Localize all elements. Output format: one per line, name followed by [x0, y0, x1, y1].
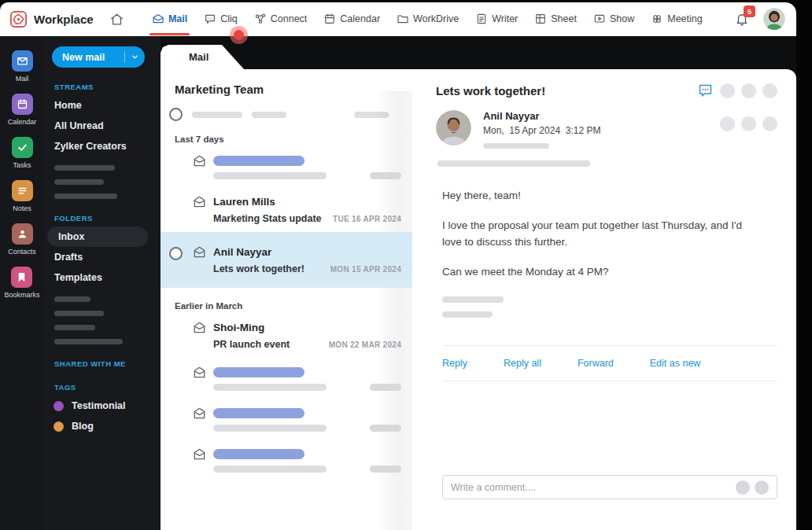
- sent-datetime: Mon, 15 Apr 2024 3:12 PM: [483, 125, 600, 136]
- chevron-down-icon[interactable]: [125, 53, 145, 61]
- user-avatar[interactable]: [763, 8, 785, 30]
- nav-item-calendar[interactable]: Calendar: [323, 2, 380, 35]
- zoho-logo-icon: [9, 10, 28, 28]
- workplace-window: Workplace MailCliqConnectCalendarWorkDri…: [0, 2, 796, 530]
- select-all-checkbox[interactable]: [169, 108, 183, 121]
- envelope-open-icon: [192, 195, 207, 208]
- sidebar-item-all-unread[interactable]: All Unread: [54, 116, 153, 136]
- writer-icon: [475, 13, 488, 25]
- toolbar-placeholder: [252, 112, 286, 118]
- rail-item-calendar[interactable]: Calendar: [8, 94, 37, 126]
- zoho-workplace-brand[interactable]: Workplace: [9, 2, 94, 35]
- mail-panels: Marketing Team Last 7 daysLauren MillsMa…: [161, 69, 796, 530]
- sender-avatar[interactable]: [436, 110, 471, 145]
- mail-list-item[interactable]: Lauren MillsMarketing Stats updateTUE 16…: [161, 187, 412, 232]
- app-rail: MailCalendarTasksNotesContactsBookmarks: [0, 36, 44, 530]
- message-action-button[interactable]: [720, 116, 735, 131]
- sidebar-tag-blog[interactable]: Blog: [54, 416, 153, 436]
- mail-sender: Shoi-Ming: [213, 322, 264, 333]
- row-checkbox[interactable]: [169, 247, 183, 260]
- edit-as-new-link[interactable]: Edit as new: [650, 358, 701, 369]
- nav-item-sheet[interactable]: Sheet: [534, 2, 577, 35]
- comment-action-button[interactable]: [736, 480, 750, 495]
- mail-row-line2: [192, 172, 403, 179]
- nav-item-cliq[interactable]: Cliq: [204, 2, 238, 35]
- new-mail-button[interactable]: New mail: [52, 46, 145, 68]
- comment-input[interactable]: [451, 482, 731, 493]
- signature-line: [442, 311, 493, 318]
- mail-row-line2: Marketing Stats updateTUE 16 APR 2024: [192, 213, 403, 224]
- sidebar-section-title: TAGS: [54, 383, 153, 392]
- mail-row-line1: Anil Nayyar: [192, 245, 403, 259]
- mail-list-item-placeholder[interactable]: [161, 440, 412, 480]
- mail-sidebar: New mail STREAMSHomeAll UnreadZylker Cre…: [44, 36, 161, 530]
- nav-item-connect[interactable]: Connect: [254, 2, 308, 35]
- mail-list-item-placeholder[interactable]: [161, 146, 412, 187]
- mail-list-item-placeholder[interactable]: [161, 399, 412, 440]
- mail-list-item-placeholder[interactable]: [161, 358, 412, 399]
- reply-link[interactable]: Reply: [442, 358, 467, 369]
- tab-mail-label: Mail: [189, 51, 209, 63]
- rail-item-tasks[interactable]: Tasks: [12, 137, 33, 169]
- mail-row-line1: [192, 154, 403, 167]
- comment-action-button[interactable]: [755, 480, 769, 495]
- rail-item-mail[interactable]: Mail: [12, 50, 33, 83]
- comments-icon[interactable]: [697, 83, 714, 99]
- mail-date: MON 22 MAR 2024: [329, 340, 401, 349]
- mail-date: MON 15 APR 2024: [330, 265, 401, 274]
- detail-action-button[interactable]: [762, 83, 777, 98]
- mail-list-item[interactable]: Anil NayyarLets work together!MON 15 APR…: [161, 232, 412, 288]
- sidebar-tag-testimonial[interactable]: Testimonial: [54, 396, 153, 416]
- reply-actions: Reply Reply all Forward Edit as new: [442, 345, 777, 381]
- mail-row-line1: [192, 447, 403, 461]
- home-button[interactable]: [109, 2, 124, 35]
- sender-info: Anil Nayyar Mon, 15 Apr 2024 3:12 PM: [483, 110, 600, 149]
- rail-item-bookmarks[interactable]: Bookmarks: [4, 267, 39, 299]
- sidebar-item-inbox[interactable]: Inbox: [47, 226, 148, 247]
- nav-item-writer[interactable]: Writer: [475, 2, 518, 35]
- nav-item-meeting[interactable]: Meeting: [651, 2, 702, 35]
- calendar-app-icon: [12, 94, 33, 115]
- mail-subject: Marketing Stats update: [213, 213, 322, 224]
- subject-placeholder: [213, 425, 327, 432]
- mail-row-line2: PR launch eventMON 22 MAR 2024: [192, 339, 403, 350]
- sidebar-item-drafts[interactable]: Drafts: [54, 247, 153, 267]
- detail-action-button[interactable]: [720, 83, 735, 98]
- tab-mail[interactable]: Mail: [161, 45, 244, 69]
- message-action-button[interactable]: [762, 116, 777, 131]
- rail-item-contacts[interactable]: Contacts: [8, 223, 36, 256]
- bookmarks-app-icon: [11, 267, 32, 288]
- sidebar-placeholder-bar: [54, 165, 115, 171]
- sidebar-placeholder-bar: [54, 339, 123, 344]
- sheet-icon: [534, 13, 547, 25]
- sidebar-item-zylker-creators[interactable]: Zylker Creators: [54, 136, 153, 156]
- mail-row-line1: [192, 407, 403, 420]
- sender-placeholder: [213, 449, 304, 459]
- rail-item-notes[interactable]: Notes: [12, 180, 33, 212]
- nav-item-mail[interactable]: Mail: [152, 2, 187, 35]
- tab-strip: Mail: [161, 36, 796, 69]
- notifications-button[interactable]: 5: [735, 12, 749, 26]
- cliq-icon: [204, 13, 216, 25]
- reply-all-link[interactable]: Reply all: [504, 358, 541, 369]
- mail-app-icon: [12, 50, 33, 72]
- subject-placeholder: [213, 172, 327, 179]
- detail-action-button[interactable]: [741, 83, 756, 98]
- message-action-button[interactable]: [741, 116, 756, 131]
- mail-row-line2: [192, 425, 403, 432]
- mail-list-item[interactable]: Shoi-MingPR launch eventMON 22 MAR 2024: [161, 313, 412, 358]
- forward-link[interactable]: Forward: [578, 358, 614, 369]
- nav-item-label: Calendar: [340, 13, 380, 24]
- nav-item-show[interactable]: Show: [593, 2, 634, 35]
- sidebar-item-home[interactable]: Home: [54, 95, 153, 116]
- rail-item-label: Notes: [13, 204, 31, 212]
- top-bar: Workplace MailCliqConnectCalendarWorkDri…: [0, 2, 796, 36]
- sidebar-item-templates[interactable]: Templates: [54, 267, 153, 288]
- toolbar-placeholder: [192, 112, 242, 118]
- sender-row: Anil Nayyar Mon, 15 Apr 2024 3:12 PM: [436, 110, 777, 149]
- sidebar-section-title: STREAMS: [54, 83, 153, 91]
- sidebar-sections: STREAMSHomeAll UnreadZylker CreatorsFOLD…: [54, 83, 153, 436]
- nav-item-workdrive[interactable]: WorkDrive: [397, 2, 459, 35]
- mail-subject: Lets work together!: [213, 263, 304, 274]
- new-mail-label: New mail: [62, 52, 105, 63]
